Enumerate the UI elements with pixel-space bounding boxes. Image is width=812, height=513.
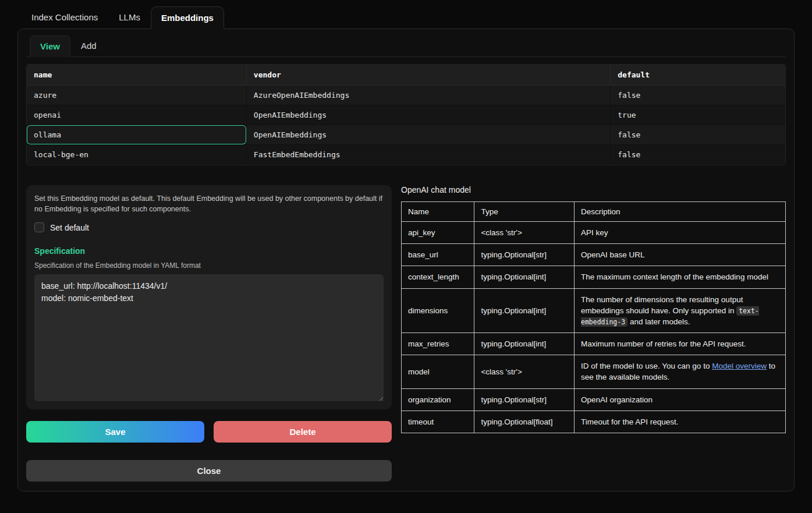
save-button[interactable]: Save xyxy=(26,421,204,443)
embedding-row-ollama[interactable]: ollamaOpenAIEmbeddingsfalse xyxy=(27,125,785,145)
docs-panel: OpenAI chat model Name Type Description xyxy=(401,185,786,482)
param-description: API key xyxy=(574,222,785,244)
param-description: OpenAI organization xyxy=(574,388,785,411)
docs-column-name: Name xyxy=(402,202,474,222)
param-name: dimensions xyxy=(402,288,474,332)
default-cell[interactable]: false xyxy=(611,145,785,165)
param-name: context_length xyxy=(402,266,474,288)
embedding-row-azure[interactable]: azureAzureOpenAIEmbeddingsfalse xyxy=(27,86,785,105)
specification-yaml-textarea[interactable] xyxy=(34,274,384,401)
column-header-name: name xyxy=(27,65,247,86)
description-text: The number of dimensions the resulting o… xyxy=(581,295,743,315)
docs-row-dimensions: dimensionstyping.Optional[int]The number… xyxy=(402,288,786,332)
docs-column-description: Description xyxy=(574,202,785,222)
docs-row-context_length: context_lengthtyping.Optional[int]The ma… xyxy=(402,266,786,288)
param-description: ID of the model to use. You can go to Mo… xyxy=(574,355,785,388)
description-text: The maximum context length of the embedd… xyxy=(581,273,768,281)
param-type: typing.Optional[float] xyxy=(474,411,575,433)
column-header-default: default xyxy=(611,65,785,86)
embeddings-table-body: azureAzureOpenAIEmbeddingsfalseopenaiOpe… xyxy=(27,86,785,165)
param-type: typing.Optional[str] xyxy=(474,244,575,266)
docs-table-body: api_key<class 'str'>API keybase_urltypin… xyxy=(402,222,786,433)
param-type: <class 'str'> xyxy=(474,222,575,244)
tab-llms[interactable]: LLMs xyxy=(108,6,151,29)
param-name: timeout xyxy=(402,411,474,433)
description-text: API key xyxy=(581,228,608,237)
detail-panels: Set this Embedding model as default. Thi… xyxy=(26,185,786,482)
sub-tabs: ViewAdd xyxy=(26,35,786,57)
specification-title: Specification xyxy=(34,246,384,256)
docs-row-max_retries: max_retriestyping.Optional[int]Maximum n… xyxy=(402,333,786,355)
page: Index CollectionsLLMsEmbeddings ViewAdd … xyxy=(0,0,812,491)
docs-row-model: model<class 'str'>ID of the model to use… xyxy=(402,355,786,388)
action-buttons-row: Save Delete xyxy=(26,421,392,443)
set-default-row[interactable]: Set default xyxy=(34,222,384,232)
embedding-editor: Set this Embedding model as default. Thi… xyxy=(26,185,392,482)
param-name: organization xyxy=(402,388,474,411)
default-cell[interactable]: false xyxy=(611,125,785,145)
tab-embeddings[interactable]: Embeddings xyxy=(151,6,224,29)
param-description: Maximum number of retries for the API re… xyxy=(574,333,785,355)
description-text: Timeout for the API request. xyxy=(581,418,679,426)
param-type: typing.Optional[int] xyxy=(474,288,575,332)
column-header-vendor: vendor xyxy=(247,65,611,86)
vendor-cell[interactable]: OpenAIEmbeddings xyxy=(247,105,611,125)
param-name: api_key xyxy=(402,222,474,244)
embedding-row-openai[interactable]: openaiOpenAIEmbeddingstrue xyxy=(27,105,785,125)
param-type: typing.Optional[int] xyxy=(474,333,575,355)
embeddings-table-header: name vendor default xyxy=(27,65,785,86)
docs-row-api_key: api_key<class 'str'>API key xyxy=(402,222,786,244)
vendor-cell[interactable]: OpenAIEmbeddings xyxy=(247,125,611,145)
description-text: OpenAI base URL xyxy=(581,250,645,259)
model-overview-link[interactable]: Model overview xyxy=(712,362,767,370)
docs-table-header: Name Type Description xyxy=(402,202,786,222)
default-cell[interactable]: false xyxy=(611,86,785,105)
specification-subtitle: Specification of the Embedding model in … xyxy=(34,261,384,270)
name-cell[interactable]: local-bge-en xyxy=(27,145,247,165)
embeddings-table: name vendor default azureAzureOpenAIEmbe… xyxy=(27,65,785,165)
name-cell[interactable]: openai xyxy=(27,105,247,125)
description-text: and later models. xyxy=(627,317,690,326)
docs-row-organization: organizationtyping.Optional[str]OpenAI o… xyxy=(402,388,786,411)
name-cell[interactable]: azure xyxy=(27,86,247,105)
docs-title: OpenAI chat model xyxy=(401,185,786,194)
set-default-label: Set default xyxy=(50,223,89,232)
description-text: Maximum number of retries for the API re… xyxy=(581,339,746,348)
param-name: base_url xyxy=(402,244,474,266)
main-tabs: Index CollectionsLLMsEmbeddings xyxy=(17,6,795,29)
tab-add[interactable]: Add xyxy=(70,35,107,56)
param-description: The maximum context length of the embedd… xyxy=(574,266,785,288)
tab-view[interactable]: View xyxy=(30,36,70,57)
param-type: typing.Optional[str] xyxy=(474,388,575,411)
embeddings-panel: ViewAdd name vendor default azureAzureOp… xyxy=(17,29,795,491)
tab-index-collections[interactable]: Index Collections xyxy=(21,6,108,29)
embeddings-table-wrap: name vendor default azureAzureOpenAIEmbe… xyxy=(26,64,786,165)
param-type: <class 'str'> xyxy=(474,355,575,388)
vendor-cell[interactable]: FastEmbedEmbeddings xyxy=(247,145,611,165)
param-type: typing.Optional[int] xyxy=(474,266,575,288)
docs-row-timeout: timeouttyping.Optional[float]Timeout for… xyxy=(402,411,786,433)
default-cell[interactable]: true xyxy=(611,105,785,125)
name-cell[interactable]: ollama xyxy=(27,125,247,145)
default-setting-card: Set this Embedding model as default. Thi… xyxy=(26,185,392,409)
docs-table: Name Type Description api_key<class 'str… xyxy=(401,201,786,433)
set-default-checkbox[interactable] xyxy=(34,222,44,232)
param-name: model xyxy=(402,355,474,388)
description-text: ID of the model to use. You can go to xyxy=(581,362,712,370)
delete-button[interactable]: Delete xyxy=(214,421,392,443)
close-button[interactable]: Close xyxy=(26,460,392,482)
description-text: OpenAI organization xyxy=(581,395,653,404)
embedding-row-local-bge-en[interactable]: local-bge-enFastEmbedEmbeddingsfalse xyxy=(27,145,785,165)
param-name: max_retries xyxy=(402,333,474,355)
docs-row-base_url: base_urltyping.Optional[str]OpenAI base … xyxy=(402,244,786,266)
param-description: Timeout for the API request. xyxy=(574,411,785,433)
default-setting-description: Set this Embedding model as default. Thi… xyxy=(34,193,384,214)
param-description: The number of dimensions the resulting o… xyxy=(574,288,785,332)
docs-column-type: Type xyxy=(474,202,575,222)
param-description: OpenAI base URL xyxy=(574,244,785,266)
vendor-cell[interactable]: AzureOpenAIEmbeddings xyxy=(247,86,611,105)
